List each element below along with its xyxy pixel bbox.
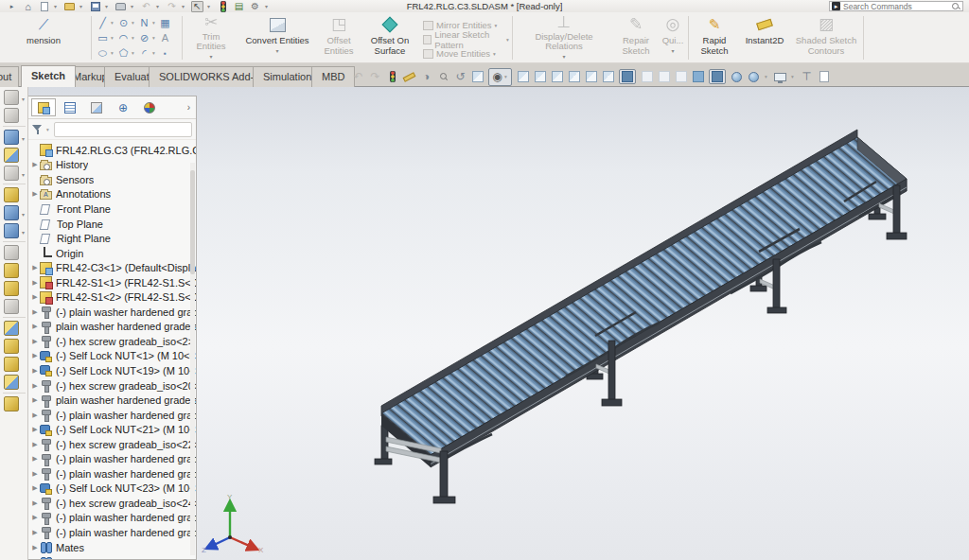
display-style-perspective-icon[interactable] <box>585 70 597 84</box>
large-design-review-icon[interactable] <box>4 396 19 411</box>
tree-item-partial[interactable] <box>30 554 196 560</box>
tree-item-history[interactable]: ▶History <box>30 158 196 173</box>
expand-arrow-icon[interactable]: ▶ <box>30 470 40 478</box>
expand-arrow-icon[interactable]: ▶ <box>30 352 40 359</box>
traffic-light-icon[interactable] <box>217 1 229 12</box>
expand-arrow-icon[interactable]: ▶ <box>30 441 40 448</box>
tab-layout[interactable]: out <box>0 66 19 87</box>
new-motion-study-icon[interactable] <box>4 339 19 354</box>
property-manager-tab[interactable] <box>58 98 82 116</box>
display-style-shaded-with-edges-button[interactable] <box>619 69 636 84</box>
bill-of-materials-icon[interactable] <box>4 357 19 372</box>
select-cursor-icon[interactable]: ↖ <box>191 1 203 12</box>
view-settings-caret-icon[interactable]: ▾ <box>791 74 796 79</box>
tree-item-top-plane[interactable]: Top Plane <box>30 217 196 232</box>
tree-item-hex-screw[interactable]: ▶(-) hex screw gradeab_iso<2> ( <box>30 334 196 349</box>
tree-item-right-plane[interactable]: Right Plane <box>30 231 196 246</box>
tab-mbd[interactable]: MBD <box>311 66 355 87</box>
filter-input[interactable] <box>54 122 192 137</box>
tree-item-annotations[interactable]: ▶Annotations <box>30 187 196 202</box>
show-hidden-components-icon[interactable] <box>4 281 19 296</box>
previous-view-icon[interactable]: ↺ <box>454 70 467 84</box>
tree-item-front-plane[interactable]: Front Plane <box>30 201 196 217</box>
edit-appearance-sphere-icon[interactable] <box>748 70 760 84</box>
line-tool-icon[interactable]: ╱ <box>97 17 109 29</box>
search-commands-box[interactable]: ▸ <box>829 1 963 11</box>
feature-manager-design-tree-tab[interactable] <box>31 98 56 116</box>
tree-item-washer[interactable]: ▶plain washer hardened grade a <box>30 320 196 335</box>
options-gear-icon[interactable]: ⚙ <box>249 1 261 12</box>
print-caret-icon[interactable]: ▾ <box>131 3 136 9</box>
text-tool-icon[interactable]: A <box>159 32 171 44</box>
tree-item-washer[interactable]: ▶(-) plain washer hardened grad <box>30 305 196 320</box>
save-icon[interactable] <box>89 1 101 12</box>
display-style-wireframe-icon[interactable] <box>517 70 529 84</box>
polygon-tool-icon[interactable]: ⬠ <box>117 47 130 60</box>
zoom-magnifier-icon[interactable] <box>437 70 449 84</box>
tree-item-subassembly[interactable]: ▶FRL42-S1<2> (FRL42-S1.S<Disp <box>30 289 196 305</box>
convert-entities-button[interactable]: Convert Entities▾ <box>238 14 316 61</box>
bom-list-icon[interactable]: ▤ <box>233 1 245 12</box>
rectangle-tool-icon[interactable]: ▭ <box>97 32 109 44</box>
new-caret-icon[interactable]: ▾ <box>54 3 60 9</box>
new-document-icon[interactable] <box>38 1 50 12</box>
expand-arrow-icon[interactable]: ▶ <box>30 338 40 345</box>
expand-arrow-icon[interactable]: ▶ <box>30 499 40 507</box>
tab-sketch[interactable]: Sketch <box>21 65 76 87</box>
ellipse-tool-icon[interactable]: ⊘ <box>138 32 150 44</box>
tree-item-self-lock-nut[interactable]: ▶(-) Self Lock NUT<1> (M 10<< <box>30 349 196 364</box>
tree-scrollbar[interactable] <box>190 163 195 555</box>
expand-arrow-icon[interactable]: ▶ <box>30 264 40 271</box>
offset-on-surface-button[interactable]: Offset On Surface <box>361 14 419 61</box>
expand-arrow-icon[interactable]: ▶ <box>30 544 40 551</box>
edit-component-icon[interactable] <box>4 148 19 163</box>
tree-root-item[interactable]: FRL42.RLG.C3 (FRL42.RLG.C3<Disp <box>30 143 196 158</box>
print-icon[interactable] <box>115 1 127 12</box>
expand-arrow-icon[interactable]: ▶ <box>30 514 40 521</box>
dimxpert-manager-tab[interactable]: ⊕ <box>111 98 135 116</box>
expand-arrow-icon[interactable]: ▶ <box>30 308 40 316</box>
tree-item-self-lock-nut[interactable]: ▶(-) Self Lock NUT<21> (M 10<- <box>30 422 196 437</box>
filter-funnel-icon[interactable] <box>32 124 44 135</box>
interference-detection-icon[interactable] <box>4 375 19 390</box>
expand-arrow-icon[interactable]: ▶ <box>30 367 40 375</box>
expand-arrow-icon[interactable]: ▶ <box>30 190 40 198</box>
fillet-tool-icon[interactable]: ◜ <box>138 47 150 60</box>
tree-item-hex-screw[interactable]: ▶(-) hex screw gradeab_iso<20> <box>30 378 196 394</box>
insert-components-icon[interactable]: ▾ <box>4 205 19 220</box>
open-icon[interactable] <box>63 1 76 12</box>
tree-item-washer[interactable]: ▶plain washer hardened grade a <box>30 393 196 408</box>
expand-arrow-icon[interactable]: ▶ <box>30 382 40 390</box>
expand-arrow-icon[interactable]: ▶ <box>30 396 40 404</box>
display-style-hidden-lines-removed-icon[interactable] <box>551 70 563 84</box>
tree-item-subassembly[interactable]: ▶FRL42-C3<1> (Default<Display <box>30 260 196 275</box>
tree-item-sensors[interactable]: Sensors <box>30 172 196 187</box>
tree-item-hex-screw[interactable]: ▶(-) hex screw gradeab_iso<22> <box>30 437 196 452</box>
expand-arrow-icon[interactable]: ▶ <box>30 323 40 330</box>
point-tool-icon[interactable]: ▪ <box>159 49 171 58</box>
rapid-sketch-button[interactable]: ✎ Rapid Sketch <box>692 14 737 61</box>
hide-show-items-sphere-icon[interactable] <box>731 70 743 84</box>
exploded-view-icon[interactable] <box>4 321 19 336</box>
performance-traffic-light-icon[interactable] <box>386 70 398 84</box>
expand-arrow-icon[interactable]: ▶ <box>30 411 40 419</box>
expand-arrow-icon[interactable]: ▶ <box>30 426 40 433</box>
view-orientation-button[interactable]: ◉▾ <box>488 68 512 86</box>
expand-arrow-icon[interactable]: ▶ <box>30 161 40 168</box>
search-magnifier-icon[interactable] <box>951 2 960 11</box>
search-commands-input[interactable] <box>843 2 948 11</box>
home-icon[interactable]: ⌂ <box>22 1 34 12</box>
display-style-hidden-lines-visible-icon[interactable] <box>534 70 546 84</box>
expand-arrow-icon[interactable]: ▶ <box>30 484 40 492</box>
view-settings-monitor-icon[interactable] <box>774 70 786 84</box>
tree-item-washer[interactable]: ▶(-) plain washer hardened grad <box>30 408 196 423</box>
smart-fasteners-icon[interactable] <box>4 263 19 278</box>
select-caret-icon[interactable]: ▾ <box>207 3 213 9</box>
tree-item-hex-screw[interactable]: ▶(-) hex screw gradeab_iso<24> <box>30 496 196 511</box>
tree-item-self-lock-nut[interactable]: ▶(-) Self Lock NUT<19> (M 10<- <box>30 363 196 378</box>
measure-ruler-icon[interactable] <box>403 70 415 84</box>
options-caret-icon[interactable]: ▾ <box>265 3 271 9</box>
tree-item-washer[interactable]: ▶(-) plain washer hardened grad <box>30 511 196 526</box>
expand-arrow-icon[interactable]: ▶ <box>30 529 40 536</box>
tree-item-washer[interactable]: ▶(-) plain washer hardened grad <box>30 466 196 481</box>
